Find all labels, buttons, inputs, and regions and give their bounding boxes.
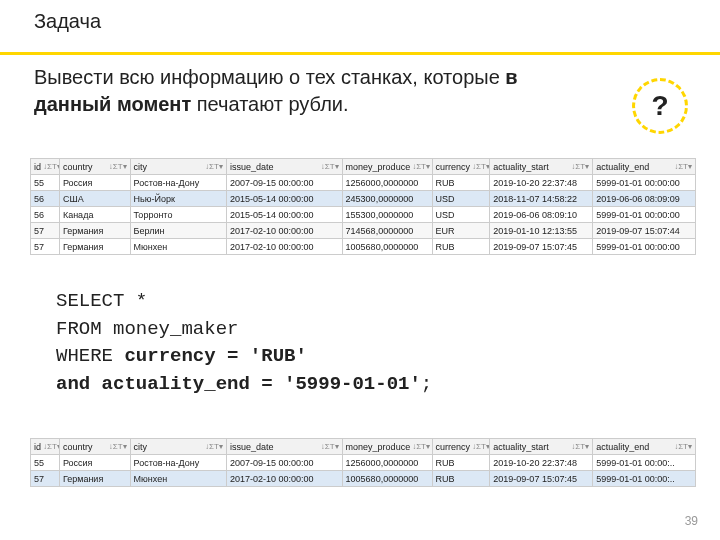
column-header-actuality_start[interactable]: actuality_start↓ΣT▾ [490, 159, 593, 175]
column-header-money_produce[interactable]: money_produce↓ΣT▾ [342, 159, 432, 175]
table-cell: 57 [31, 239, 60, 255]
task-description: Вывести всю информацию о тех станках, ко… [34, 64, 534, 118]
table-cell: 2015-05-14 00:00:00 [226, 191, 342, 207]
table-cell: 2015-05-14 00:00:00 [226, 207, 342, 223]
question-icon: ? [632, 78, 688, 134]
result-table: id↓ΣT▾country↓ΣT▾city↓ΣT▾issue_date↓ΣT▾m… [30, 438, 696, 487]
data-table-result: id↓ΣT▾country↓ΣT▾city↓ΣT▾issue_date↓ΣT▾m… [30, 438, 696, 487]
table-row[interactable]: 56СШАНью-Йорк2015-05-14 00:00:00245300,0… [31, 191, 696, 207]
table-cell: Ростов-на-Дону [130, 175, 226, 191]
sort-filter-icon[interactable]: ↓ΣT▾ [321, 162, 339, 171]
sort-filter-icon[interactable]: ↓ΣT▾ [109, 442, 127, 451]
desc-part2: печатают рубли. [191, 93, 348, 115]
table-cell: Мюнхен [130, 471, 226, 487]
table-cell: 1005680,0000000 [342, 239, 432, 255]
sql-line1: SELECT * [56, 290, 147, 312]
column-header-city[interactable]: city↓ΣT▾ [130, 439, 226, 455]
header-label: actuality_end [596, 162, 649, 172]
column-header-actuality_start[interactable]: actuality_start↓ΣT▾ [490, 439, 593, 455]
desc-part1: Вывести всю информацию о тех станках, ко… [34, 66, 505, 88]
column-header-currency[interactable]: currency↓ΣT▾ [432, 439, 490, 455]
table-cell: Россия [59, 455, 130, 471]
header-row: id↓ΣT▾country↓ΣT▾city↓ΣT▾issue_date↓ΣT▾m… [31, 439, 696, 455]
divider [0, 52, 720, 55]
header-label: money_produce [346, 162, 411, 172]
table-cell: USD [432, 191, 490, 207]
table-cell: 2019-09-07 15:07:45 [490, 239, 593, 255]
table-cell: 2007-09-15 00:00:00 [226, 455, 342, 471]
sql-line4b: ; [421, 373, 432, 395]
table-cell: 5999-01-01 00:00:00 [593, 175, 696, 191]
table-row[interactable]: 56КанадаТорронто2015-05-14 00:00:0015530… [31, 207, 696, 223]
column-header-country[interactable]: country↓ΣT▾ [59, 439, 130, 455]
column-header-money_produce[interactable]: money_produce↓ΣT▾ [342, 439, 432, 455]
table-row[interactable]: 55РоссияРостов-на-Дону2007-09-15 00:00:0… [31, 455, 696, 471]
sort-filter-icon[interactable]: ↓ΣT▾ [412, 162, 430, 171]
table-cell: 56 [31, 191, 60, 207]
column-header-actuality_end[interactable]: actuality_end↓ΣT▾ [593, 439, 696, 455]
table-cell: RUB [432, 455, 490, 471]
sort-filter-icon[interactable]: ↓ΣT▾ [205, 442, 223, 451]
table-cell: RUB [432, 239, 490, 255]
table-cell: 245300,0000000 [342, 191, 432, 207]
column-header-country[interactable]: country↓ΣT▾ [59, 159, 130, 175]
table-cell: 57 [31, 223, 60, 239]
table-cell: Россия [59, 175, 130, 191]
table-cell: 2019-06-06 08:09:09 [593, 191, 696, 207]
column-header-id[interactable]: id↓ΣT▾ [31, 159, 60, 175]
table-cell: RUB [432, 471, 490, 487]
sort-filter-icon[interactable]: ↓ΣT▾ [205, 162, 223, 171]
sort-filter-icon[interactable]: ↓ΣT▾ [472, 162, 490, 171]
table-cell: 1256000,0000000 [342, 455, 432, 471]
table-cell: 57 [31, 471, 60, 487]
sort-filter-icon[interactable]: ↓ΣT▾ [571, 162, 589, 171]
table-cell: RUB [432, 175, 490, 191]
table-cell: 5999-01-01 00:00:.. [593, 455, 696, 471]
table-row[interactable]: 57ГерманияМюнхен2017-02-10 00:00:0010056… [31, 471, 696, 487]
table-cell: Торронто [130, 207, 226, 223]
table-row[interactable]: 55РоссияРостов-на-Дону2007-09-15 00:00:0… [31, 175, 696, 191]
table-cell: 2017-02-10 00:00:00 [226, 471, 342, 487]
sort-filter-icon[interactable]: ↓ΣT▾ [674, 442, 692, 451]
table-cell: 2019-10-20 22:37:48 [490, 455, 593, 471]
slide-title: Задача [34, 10, 104, 32]
header-label: actuality_end [596, 442, 649, 452]
sort-filter-icon[interactable]: ↓ΣT▾ [412, 442, 430, 451]
table-cell: 2019-01-10 12:13:55 [490, 223, 593, 239]
table-cell: Берлин [130, 223, 226, 239]
table-cell: Мюнхен [130, 239, 226, 255]
sort-filter-icon[interactable]: ↓ΣT▾ [674, 162, 692, 171]
column-header-id[interactable]: id↓ΣT▾ [31, 439, 60, 455]
column-header-city[interactable]: city↓ΣT▾ [130, 159, 226, 175]
table-cell: 714568,0000000 [342, 223, 432, 239]
table-cell: 5999-01-01 00:00:00 [593, 207, 696, 223]
sort-filter-icon[interactable]: ↓ΣT▾ [321, 442, 339, 451]
table-cell: 2018-11-07 14:58:22 [490, 191, 593, 207]
table-cell: EUR [432, 223, 490, 239]
table-row[interactable]: 57ГерманияМюнхен2017-02-10 00:00:0010056… [31, 239, 696, 255]
sort-filter-icon[interactable]: ↓ΣT▾ [109, 162, 127, 171]
table-row[interactable]: 57ГерманияБерлин2017-02-10 00:00:0071456… [31, 223, 696, 239]
sql-line2: FROM money_maker [56, 318, 238, 340]
sort-filter-icon[interactable]: ↓ΣT▾ [571, 442, 589, 451]
table-cell: Нью-Йорк [130, 191, 226, 207]
header-label: id [34, 162, 41, 172]
column-header-issue_date[interactable]: issue_date↓ΣT▾ [226, 159, 342, 175]
table-cell: 56 [31, 207, 60, 223]
column-header-actuality_end[interactable]: actuality_end↓ΣT▾ [593, 159, 696, 175]
sort-filter-icon[interactable]: ↓ΣT▾ [43, 442, 59, 451]
table-cell: 2019-10-20 22:37:48 [490, 175, 593, 191]
column-header-currency[interactable]: currency↓ΣT▾ [432, 159, 490, 175]
sort-filter-icon[interactable]: ↓ΣT▾ [43, 162, 59, 171]
table-cell: 2019-09-07 15:07:45 [490, 471, 593, 487]
sql-line3a: WHERE [56, 345, 124, 367]
column-header-issue_date[interactable]: issue_date↓ΣT▾ [226, 439, 342, 455]
table-cell: 5999-01-01 00:00:00 [593, 239, 696, 255]
header-row: id↓ΣT▾country↓ΣT▾city↓ΣT▾issue_date↓ΣT▾m… [31, 159, 696, 175]
table-cell: 2017-02-10 00:00:00 [226, 239, 342, 255]
header-label: id [34, 442, 41, 452]
sort-filter-icon[interactable]: ↓ΣT▾ [472, 442, 490, 451]
header-label: country [63, 162, 93, 172]
table-cell: США [59, 191, 130, 207]
header-label: country [63, 442, 93, 452]
